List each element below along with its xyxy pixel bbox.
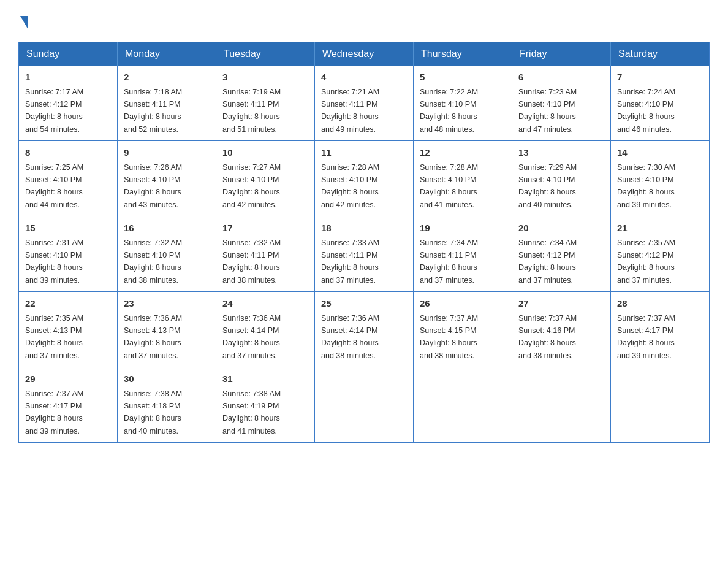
calendar-cell: 4Sunrise: 7:21 AMSunset: 4:11 PMDaylight… <box>315 66 414 141</box>
calendar-header-row: SundayMondayTuesdayWednesdayThursdayFrid… <box>19 42 710 66</box>
day-info: Sunrise: 7:25 AMSunset: 4:10 PMDaylight:… <box>25 163 83 209</box>
day-info: Sunrise: 7:36 AMSunset: 4:13 PMDaylight:… <box>124 314 182 360</box>
calendar-cell: 1Sunrise: 7:17 AMSunset: 4:12 PMDaylight… <box>19 66 118 141</box>
calendar-cell: 3Sunrise: 7:19 AMSunset: 4:11 PMDaylight… <box>216 66 315 141</box>
calendar-cell: 16Sunrise: 7:32 AMSunset: 4:10 PMDayligh… <box>118 216 216 292</box>
calendar-cell: 15Sunrise: 7:31 AMSunset: 4:10 PMDayligh… <box>19 216 118 292</box>
calendar-cell <box>512 367 611 443</box>
calendar-header-saturday: Saturday <box>611 42 710 66</box>
day-number: 22 <box>25 297 111 311</box>
day-info: Sunrise: 7:33 AMSunset: 4:11 PMDaylight:… <box>321 239 379 285</box>
calendar-header-sunday: Sunday <box>19 42 118 66</box>
day-info: Sunrise: 7:21 AMSunset: 4:11 PMDaylight:… <box>321 88 379 134</box>
day-number: 17 <box>222 221 308 236</box>
day-info: Sunrise: 7:29 AMSunset: 4:10 PMDaylight:… <box>518 163 577 209</box>
calendar-week-row: 22Sunrise: 7:35 AMSunset: 4:13 PMDayligh… <box>19 292 710 367</box>
calendar-cell: 24Sunrise: 7:36 AMSunset: 4:14 PMDayligh… <box>216 292 315 367</box>
day-number: 13 <box>518 146 604 160</box>
day-info: Sunrise: 7:32 AMSunset: 4:11 PMDaylight:… <box>222 239 281 285</box>
day-number: 30 <box>124 372 210 386</box>
calendar-table: SundayMondayTuesdayWednesdayThursdayFrid… <box>18 42 710 443</box>
calendar-cell: 5Sunrise: 7:22 AMSunset: 4:10 PMDaylight… <box>414 66 512 141</box>
day-number: 29 <box>25 372 111 386</box>
day-number: 6 <box>518 71 604 85</box>
day-info: Sunrise: 7:35 AMSunset: 4:12 PMDaylight:… <box>617 239 675 285</box>
day-number: 21 <box>617 221 703 236</box>
header <box>18 12 710 29</box>
calendar-week-row: 1Sunrise: 7:17 AMSunset: 4:12 PMDaylight… <box>19 66 710 141</box>
calendar-cell: 7Sunrise: 7:24 AMSunset: 4:10 PMDaylight… <box>611 66 710 141</box>
day-info: Sunrise: 7:36 AMSunset: 4:14 PMDaylight:… <box>321 314 379 360</box>
calendar-week-row: 29Sunrise: 7:37 AMSunset: 4:17 PMDayligh… <box>19 367 710 443</box>
day-number: 12 <box>420 146 506 160</box>
calendar-cell: 13Sunrise: 7:29 AMSunset: 4:10 PMDayligh… <box>512 141 611 216</box>
day-info: Sunrise: 7:34 AMSunset: 4:11 PMDaylight:… <box>420 239 478 285</box>
day-number: 20 <box>518 221 604 236</box>
day-info: Sunrise: 7:35 AMSunset: 4:13 PMDaylight:… <box>25 314 83 360</box>
day-number: 4 <box>321 71 407 85</box>
day-info: Sunrise: 7:22 AMSunset: 4:10 PMDaylight:… <box>420 88 478 134</box>
day-info: Sunrise: 7:28 AMSunset: 4:10 PMDaylight:… <box>321 163 379 209</box>
day-info: Sunrise: 7:38 AMSunset: 4:19 PMDaylight:… <box>222 389 281 435</box>
day-info: Sunrise: 7:32 AMSunset: 4:10 PMDaylight:… <box>124 239 182 285</box>
day-number: 3 <box>222 71 308 85</box>
calendar-cell: 8Sunrise: 7:25 AMSunset: 4:10 PMDaylight… <box>19 141 118 216</box>
day-number: 24 <box>222 297 308 311</box>
day-info: Sunrise: 7:30 AMSunset: 4:10 PMDaylight:… <box>617 163 675 209</box>
day-number: 27 <box>518 297 604 311</box>
calendar-header-tuesday: Tuesday <box>216 42 315 66</box>
logo <box>18 12 28 29</box>
day-info: Sunrise: 7:27 AMSunset: 4:10 PMDaylight:… <box>222 163 281 209</box>
calendar-week-row: 8Sunrise: 7:25 AMSunset: 4:10 PMDaylight… <box>19 141 710 216</box>
logo-triangle-icon <box>20 16 28 29</box>
day-info: Sunrise: 7:28 AMSunset: 4:10 PMDaylight:… <box>420 163 478 209</box>
day-info: Sunrise: 7:18 AMSunset: 4:11 PMDaylight:… <box>124 88 182 134</box>
day-info: Sunrise: 7:37 AMSunset: 4:16 PMDaylight:… <box>518 314 577 360</box>
day-number: 15 <box>25 221 111 236</box>
calendar-cell: 25Sunrise: 7:36 AMSunset: 4:14 PMDayligh… <box>315 292 414 367</box>
calendar-cell <box>315 367 414 443</box>
day-number: 28 <box>617 297 703 311</box>
calendar-cell <box>611 367 710 443</box>
calendar-header-monday: Monday <box>118 42 216 66</box>
day-info: Sunrise: 7:37 AMSunset: 4:17 PMDaylight:… <box>25 389 83 435</box>
calendar-cell: 6Sunrise: 7:23 AMSunset: 4:10 PMDaylight… <box>512 66 611 141</box>
day-info: Sunrise: 7:26 AMSunset: 4:10 PMDaylight:… <box>124 163 182 209</box>
calendar-cell: 23Sunrise: 7:36 AMSunset: 4:13 PMDayligh… <box>118 292 216 367</box>
day-info: Sunrise: 7:38 AMSunset: 4:18 PMDaylight:… <box>124 389 182 435</box>
calendar-cell: 12Sunrise: 7:28 AMSunset: 4:10 PMDayligh… <box>414 141 512 216</box>
calendar-cell: 18Sunrise: 7:33 AMSunset: 4:11 PMDayligh… <box>315 216 414 292</box>
calendar-header-friday: Friday <box>512 42 611 66</box>
day-info: Sunrise: 7:37 AMSunset: 4:15 PMDaylight:… <box>420 314 478 360</box>
day-number: 7 <box>617 71 703 85</box>
day-number: 14 <box>617 146 703 160</box>
calendar-cell: 14Sunrise: 7:30 AMSunset: 4:10 PMDayligh… <box>611 141 710 216</box>
calendar-cell: 2Sunrise: 7:18 AMSunset: 4:11 PMDaylight… <box>118 66 216 141</box>
calendar-cell: 20Sunrise: 7:34 AMSunset: 4:12 PMDayligh… <box>512 216 611 292</box>
day-info: Sunrise: 7:19 AMSunset: 4:11 PMDaylight:… <box>222 88 281 134</box>
day-number: 19 <box>420 221 506 236</box>
day-number: 2 <box>124 71 210 85</box>
day-number: 10 <box>222 146 308 160</box>
day-number: 8 <box>25 146 111 160</box>
calendar-cell: 21Sunrise: 7:35 AMSunset: 4:12 PMDayligh… <box>611 216 710 292</box>
calendar-cell: 9Sunrise: 7:26 AMSunset: 4:10 PMDaylight… <box>118 141 216 216</box>
calendar-cell: 22Sunrise: 7:35 AMSunset: 4:13 PMDayligh… <box>19 292 118 367</box>
day-number: 11 <box>321 146 407 160</box>
calendar-cell: 27Sunrise: 7:37 AMSunset: 4:16 PMDayligh… <box>512 292 611 367</box>
day-info: Sunrise: 7:17 AMSunset: 4:12 PMDaylight:… <box>25 88 83 134</box>
day-number: 18 <box>321 221 407 236</box>
calendar-header-thursday: Thursday <box>414 42 512 66</box>
calendar-cell: 10Sunrise: 7:27 AMSunset: 4:10 PMDayligh… <box>216 141 315 216</box>
day-number: 25 <box>321 297 407 311</box>
day-number: 5 <box>420 71 506 85</box>
calendar-cell: 30Sunrise: 7:38 AMSunset: 4:18 PMDayligh… <box>118 367 216 443</box>
day-info: Sunrise: 7:36 AMSunset: 4:14 PMDaylight:… <box>222 314 281 360</box>
day-info: Sunrise: 7:37 AMSunset: 4:17 PMDaylight:… <box>617 314 675 360</box>
calendar-cell: 28Sunrise: 7:37 AMSunset: 4:17 PMDayligh… <box>611 292 710 367</box>
day-number: 9 <box>124 146 210 160</box>
day-number: 23 <box>124 297 210 311</box>
day-number: 31 <box>222 372 308 386</box>
calendar-cell: 26Sunrise: 7:37 AMSunset: 4:15 PMDayligh… <box>414 292 512 367</box>
calendar-cell: 19Sunrise: 7:34 AMSunset: 4:11 PMDayligh… <box>414 216 512 292</box>
